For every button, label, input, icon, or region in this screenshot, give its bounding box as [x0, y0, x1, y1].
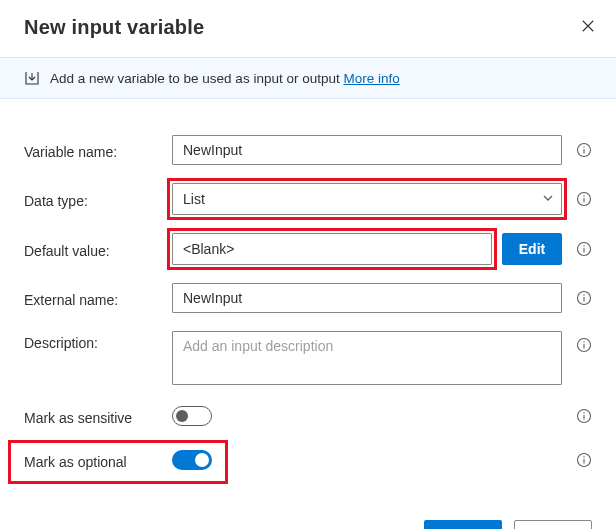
toggle-knob	[195, 453, 209, 467]
dialog-title: New input variable	[24, 16, 592, 39]
svg-point-7	[583, 195, 584, 196]
mark-optional-label: Mark as optional	[24, 450, 172, 470]
default-value-label: Default value:	[24, 239, 172, 259]
data-type-value: List	[183, 191, 205, 207]
banner-text: Add a new variable to be used as input o…	[50, 71, 340, 86]
svg-point-13	[583, 294, 584, 295]
data-type-select[interactable]: List	[172, 183, 562, 215]
info-icon[interactable]	[576, 142, 592, 158]
info-banner: Add a new variable to be used as input o…	[0, 57, 616, 99]
external-name-label: External name:	[24, 288, 172, 308]
description-label: Description:	[24, 331, 172, 351]
svg-point-19	[583, 412, 584, 413]
svg-point-4	[583, 146, 584, 147]
info-icon[interactable]	[576, 290, 592, 306]
toggle-knob	[176, 410, 188, 422]
default-value-text: <Blank>	[183, 241, 234, 257]
mark-sensitive-label: Mark as sensitive	[24, 406, 172, 426]
svg-point-22	[583, 456, 584, 457]
default-value-field: <Blank>	[172, 233, 492, 265]
download-icon	[24, 70, 40, 86]
close-button[interactable]	[574, 12, 602, 40]
info-icon[interactable]	[576, 408, 592, 424]
info-icon[interactable]	[576, 241, 592, 257]
mark-optional-toggle[interactable]	[172, 450, 212, 470]
cancel-button[interactable]: Cancel	[514, 520, 592, 529]
svg-point-16	[583, 341, 584, 342]
external-name-input[interactable]	[172, 283, 562, 313]
info-icon[interactable]	[576, 337, 592, 353]
info-icon[interactable]	[576, 452, 592, 468]
more-info-link[interactable]: More info	[343, 71, 399, 86]
variable-name-label: Variable name:	[24, 140, 172, 160]
variable-name-input[interactable]	[172, 135, 562, 165]
svg-point-10	[583, 245, 584, 246]
data-type-label: Data type:	[24, 189, 172, 209]
mark-sensitive-toggle[interactable]	[172, 406, 212, 426]
description-input[interactable]	[172, 331, 562, 385]
info-icon[interactable]	[576, 191, 592, 207]
save-button[interactable]: Save	[424, 520, 502, 529]
close-icon	[581, 19, 595, 33]
edit-button[interactable]: Edit	[502, 233, 562, 265]
